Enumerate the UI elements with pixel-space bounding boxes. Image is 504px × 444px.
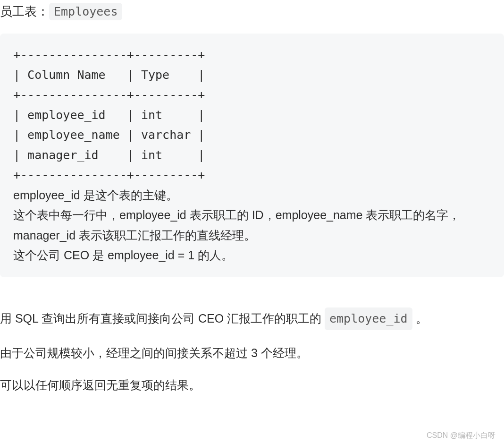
table-name-code: Employees [49,3,122,20]
question-p2: 由于公司规模较小，经理之间的间接关系不超过 3 个经理。 [0,343,504,362]
header-line: 员工表：Employees [0,0,504,27]
question-p3: 可以以任何顺序返回无重复项的结果。 [0,376,504,394]
question-body: 用 SQL 查询出所有直接或间接向公司 CEO 汇报工作的职工的 employe… [0,307,504,394]
header-prefix: 员工表： [0,4,49,18]
schema-desc-1: employee_id 是这个表的主键。 [13,188,178,202]
schema-desc-2: 这个表中每一行中，employee_id 表示职工的 ID，employee_n… [13,208,460,242]
question-p1-code: employee_id [325,307,412,330]
question-p1-prefix: 用 SQL 查询出所有直接或间接向公司 CEO 汇报工作的职工的 [0,312,325,325]
question-p1: 用 SQL 查询出所有直接或间接向公司 CEO 汇报工作的职工的 employe… [0,307,504,330]
schema-ascii-table: +---------------+---------+ | Column Nam… [13,48,205,182]
question-p1-suffix: 。 [412,312,428,325]
schema-block: +---------------+---------+ | Column Nam… [0,34,504,277]
schema-desc-3: 这个公司 CEO 是 employee_id = 1 的人。 [13,248,233,262]
